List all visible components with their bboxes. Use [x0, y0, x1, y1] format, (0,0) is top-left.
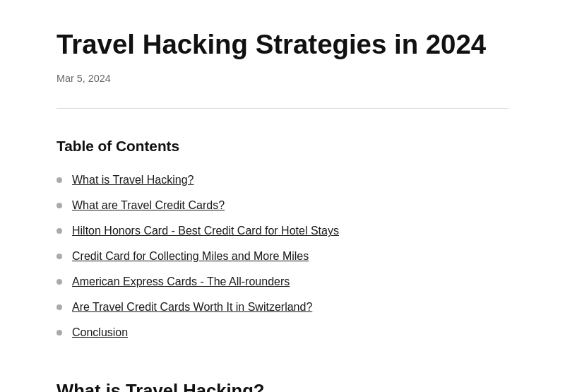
toc-bullet-7 — [56, 330, 62, 335]
toc-link-7[interactable]: Conclusion — [72, 324, 128, 341]
toc-item-6: Are Travel Credit Cards Worth It in Swit… — [56, 299, 509, 316]
section-divider — [56, 108, 509, 109]
toc-item-2: What are Travel Credit Cards? — [56, 197, 509, 214]
toc-item-7: Conclusion — [56, 324, 509, 341]
toc-link-4[interactable]: Credit Card for Collecting Miles and Mor… — [72, 248, 309, 265]
table-of-contents: What is Travel Hacking? What are Travel … — [56, 172, 509, 341]
toc-bullet-1 — [56, 177, 62, 183]
toc-item-5: American Express Cards - The All-rounder… — [56, 273, 509, 290]
toc-bullet-5 — [56, 279, 62, 285]
toc-link-5[interactable]: American Express Cards - The All-rounder… — [72, 273, 290, 290]
toc-heading: Table of Contents — [56, 134, 509, 158]
toc-bullet-2 — [56, 203, 62, 208]
toc-link-1[interactable]: What is Travel Hacking? — [72, 172, 194, 189]
article-title: Travel Hacking Strategies in 2024 — [56, 28, 509, 61]
toc-bullet-6 — [56, 304, 62, 310]
first-section-heading: What is Travel Hacking? — [56, 376, 509, 392]
toc-bullet-4 — [56, 254, 62, 259]
article-date: Mar 5, 2024 — [56, 71, 509, 87]
toc-link-3[interactable]: Hilton Honors Card - Best Credit Card fo… — [72, 222, 339, 239]
toc-link-2[interactable]: What are Travel Credit Cards? — [72, 197, 225, 214]
toc-bullet-3 — [56, 228, 62, 234]
page-container: Travel Hacking Strategies in 2024 Mar 5,… — [0, 0, 565, 392]
toc-item-3: Hilton Honors Card - Best Credit Card fo… — [56, 222, 509, 239]
toc-link-6[interactable]: Are Travel Credit Cards Worth It in Swit… — [72, 299, 312, 316]
toc-item-4: Credit Card for Collecting Miles and Mor… — [56, 248, 509, 265]
toc-item-1: What is Travel Hacking? — [56, 172, 509, 189]
